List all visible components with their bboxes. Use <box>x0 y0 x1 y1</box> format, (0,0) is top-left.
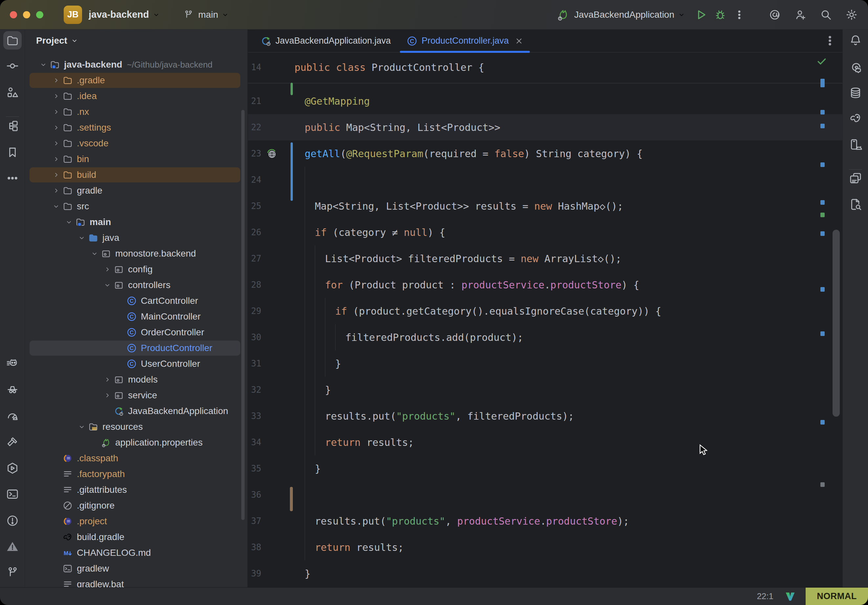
search-everywhere-button[interactable] <box>819 8 833 22</box>
line-number[interactable]: 24 <box>248 175 261 185</box>
tree-item-usercontroller[interactable]: CUserController <box>25 356 248 372</box>
tool-window-button-problems[interactable] <box>3 512 22 530</box>
chevron-right-icon[interactable] <box>52 108 60 116</box>
line-number[interactable]: 37 <box>248 516 261 526</box>
chevron-right-icon[interactable] <box>104 376 111 384</box>
line-number[interactable]: 31 <box>248 359 261 368</box>
tool-window-button-hierarchy[interactable] <box>3 117 22 135</box>
code-line-22[interactable]: 22public Map<String, List<Product>> <box>248 114 842 141</box>
tool-window-button-ai-assistant[interactable] <box>846 58 865 76</box>
tool-window-button-build-variants[interactable] <box>846 169 865 187</box>
code-line-36[interactable]: 36 <box>248 482 842 508</box>
code-line-32[interactable]: 32} <box>248 377 842 403</box>
line-number[interactable]: 21 <box>248 96 261 106</box>
line-number[interactable]: 35 <box>248 464 261 473</box>
chevron-down-icon[interactable] <box>91 250 99 258</box>
chevron-right-icon[interactable] <box>52 76 60 84</box>
chevron-right-icon[interactable] <box>104 391 111 399</box>
tree-item-main[interactable]: main <box>25 214 248 230</box>
tree-item--vscode[interactable]: .vscode <box>25 136 248 151</box>
chevron-right-icon[interactable] <box>52 124 60 132</box>
line-number[interactable]: 14 <box>248 62 261 72</box>
tree-item-src[interactable]: src <box>25 198 248 214</box>
tree-item--gitattributes[interactable]: .gitattributes <box>25 482 248 498</box>
chevron-down-icon[interactable] <box>65 218 73 226</box>
line-number[interactable]: 34 <box>248 437 261 447</box>
tree-item-build-gradle[interactable]: build.gradle <box>25 529 248 545</box>
code-line-21[interactable]: 21@GetMapping <box>248 88 842 114</box>
line-number[interactable]: 39 <box>248 569 261 579</box>
code-with-me-button[interactable] <box>793 8 808 22</box>
tool-window-button-profiler[interactable] <box>3 407 22 425</box>
tool-window-button-gradle[interactable] <box>846 109 865 127</box>
tree-item--classpath[interactable]: .classpath <box>25 450 248 466</box>
code-area[interactable]: 14public class ProductController {21@Get… <box>248 53 842 587</box>
ideavim-icon[interactable] <box>784 591 796 602</box>
tree-item-java[interactable]: java <box>25 230 248 246</box>
chevron-right-icon[interactable] <box>52 139 60 147</box>
tree-item-resources[interactable]: resources <box>25 419 248 435</box>
chevron-right-icon[interactable] <box>52 155 60 163</box>
tool-window-button-bookmarks[interactable] <box>3 143 22 161</box>
line-number[interactable]: 23 <box>248 149 261 158</box>
code-line-30[interactable]: 30filteredProducts.add(product); <box>248 324 842 350</box>
chevron-down-icon[interactable] <box>104 281 111 289</box>
tree-item-application-properties[interactable]: application.properties <box>25 435 248 450</box>
code-line-23[interactable]: 23getAll(@RequestParam(required = false)… <box>248 141 842 167</box>
run-button[interactable] <box>694 8 708 22</box>
tool-window-button-documentation[interactable] <box>846 195 865 214</box>
tree-item--gradle[interactable]: .gradle <box>25 73 248 88</box>
tree-item-models[interactable]: models <box>25 372 248 387</box>
tool-window-button-commit[interactable] <box>3 57 22 75</box>
editor-scrollbar[interactable] <box>832 230 840 417</box>
tree-item-gradle[interactable]: gradle <box>25 183 248 198</box>
tree-item-build[interactable]: build <box>25 167 248 183</box>
debug-button[interactable] <box>713 8 727 22</box>
tree-item-javabackendapplication[interactable]: JavaBackendApplication <box>25 403 248 419</box>
code-line-33[interactable]: 33results.put("products", filteredProduc… <box>248 403 842 429</box>
settings-button[interactable] <box>844 8 859 22</box>
line-number[interactable]: 28 <box>248 280 261 290</box>
tree-item--idea[interactable]: .idea <box>25 88 248 104</box>
branch-widget[interactable]: main <box>183 9 229 20</box>
line-number[interactable]: 26 <box>248 227 261 237</box>
tree-item--nx[interactable]: .nx <box>25 104 248 120</box>
line-number[interactable]: 30 <box>248 333 261 342</box>
tree-item-gradlew-bat[interactable]: gradlew.bat <box>25 576 248 587</box>
tree-item-config[interactable]: config <box>25 261 248 277</box>
chevron-right-icon[interactable] <box>52 171 60 179</box>
tool-window-button-build[interactable] <box>3 433 22 451</box>
project-panel-header[interactable]: Project <box>36 36 79 46</box>
tree-item-ordercontroller[interactable]: COrderController <box>25 325 248 340</box>
code-line-24[interactable]: 24 <box>248 167 842 193</box>
line-number[interactable]: 27 <box>248 254 261 263</box>
tree-item--factorypath[interactable]: .factorypath <box>25 466 248 482</box>
code-line-28[interactable]: 28for (Product product : productService.… <box>248 272 842 298</box>
line-number[interactable]: 38 <box>248 542 261 552</box>
tree-item--gitignore[interactable]: .gitignore <box>25 498 248 514</box>
chevron-down-icon[interactable] <box>78 234 86 242</box>
chevron-down-icon[interactable] <box>39 61 47 68</box>
code-line-26[interactable]: 26if (category ≠ null) { <box>248 219 842 245</box>
line-number[interactable]: 22 <box>248 122 261 132</box>
tool-window-button-more-tool-windows[interactable] <box>3 169 22 187</box>
editor-options-icon[interactable] <box>823 34 837 47</box>
tool-window-button-git[interactable] <box>3 563 22 582</box>
project-scrollbar[interactable] <box>241 110 245 520</box>
chevron-down-icon[interactable] <box>78 423 86 431</box>
tool-window-button-structure[interactable] <box>3 84 22 102</box>
ai-assistant-button[interactable] <box>767 8 782 22</box>
tab-javabackendapplication[interactable]: JavaBackendApplication.java <box>253 29 398 52</box>
chevron-right-icon[interactable] <box>52 187 60 195</box>
inspections-ok-icon[interactable] <box>816 56 827 67</box>
tool-window-button-terminal[interactable] <box>3 485 22 503</box>
tree-item-productcontroller[interactable]: CProductController <box>25 340 248 356</box>
tool-window-button-copilot[interactable] <box>3 354 22 373</box>
zoom-window-button[interactable] <box>36 11 43 19</box>
line-number[interactable]: 36 <box>248 490 261 500</box>
tool-window-button-services[interactable] <box>3 459 22 477</box>
tool-window-button-incognito[interactable] <box>3 380 22 398</box>
tree-item-controllers[interactable]: controllers <box>25 277 248 293</box>
tree-item-service[interactable]: service <box>25 387 248 403</box>
tab-productcontroller[interactable]: C ProductController.java <box>398 29 531 52</box>
